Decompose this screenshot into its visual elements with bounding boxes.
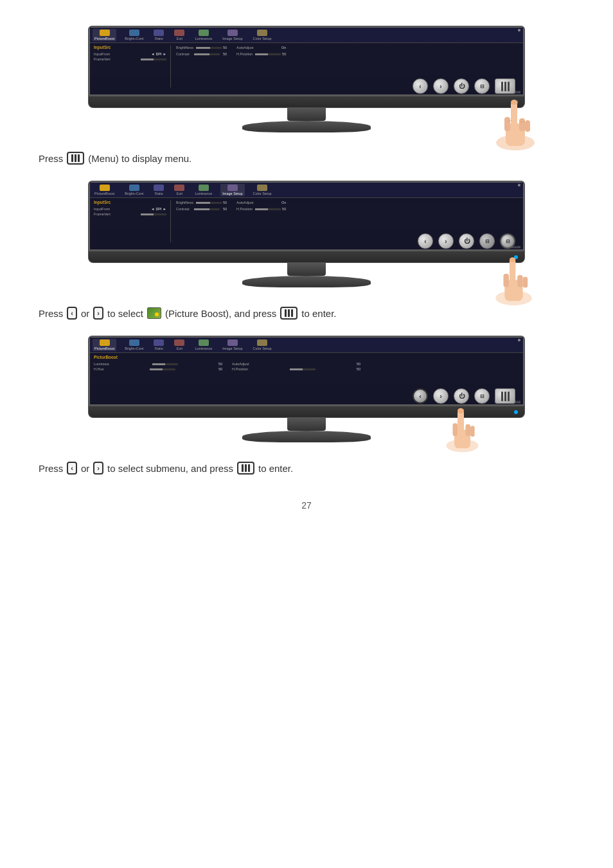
osd3-bar-hposition: [290, 368, 315, 370]
osd2-label-inputfrom: InputFrom: [94, 207, 110, 211]
osd-tab2-pb: PictureBoost: [93, 184, 116, 196]
osd-tab-luminance: Luminance: [193, 29, 214, 41]
hand-svg-1: [486, 88, 544, 152]
section-3: PictureBoost Bright+Cont Ratio: [39, 336, 574, 475]
osd-tab2-icon-6: [227, 185, 238, 191]
osd-tab2-icon-2: [129, 185, 139, 191]
osd-tab-exit: Exit: [172, 29, 186, 41]
osd-tab2-label-2: Bright+Cont: [125, 192, 143, 195]
osd-tab-label-2: Bright+Cont: [125, 37, 143, 41]
osd-tab-pictureboost: PictureBoost: [93, 29, 116, 41]
osd-tab2-label-1: PictureBoost: [94, 192, 114, 195]
osd2-val-dpi: DPI: [155, 207, 161, 211]
instruction-2-chevron-left: ‹: [67, 307, 77, 320]
osd3-dot: [518, 339, 520, 351]
osd-tab2-icon-1: [100, 185, 110, 191]
osd-row-framevert-1: FrameVert: [94, 57, 166, 62]
osd2-label-framevert: FrameVert: [94, 212, 111, 216]
osd-tab3-bright: Bright+Cont: [123, 339, 145, 351]
chevron-left-btn-2[interactable]: ‹: [418, 233, 433, 249]
osd-dot-indicator: [518, 29, 520, 41]
hand-container-3: [438, 398, 486, 458]
osd-label-hposition: H.Position: [236, 52, 253, 56]
chevron-left-btn-3[interactable]: ‹: [413, 388, 428, 404]
menu-btn-3[interactable]: [495, 388, 515, 404]
osd-tab2-label-7: Color Setup: [253, 192, 272, 195]
osd-arrow-left: ◄: [151, 52, 154, 56]
osd-tab-icon-4: [174, 30, 184, 36]
monitor-stand-base-3: [242, 431, 371, 442]
osd2-arrow-right: ►: [163, 207, 166, 211]
power-btn-1[interactable]: ⏻: [454, 78, 469, 94]
svg-point-6: [511, 100, 517, 105]
osd-control-inputfrom: ◄ DPI ►: [151, 52, 166, 56]
osd2-label-brightness: BrightNess: [176, 201, 193, 204]
menu-icon-bar-3b: [245, 464, 247, 472]
osd-tab-imagesetup: Image Setup: [220, 29, 244, 41]
osd-tab2-label-5: Luminance: [195, 192, 212, 195]
chevron-left-btn-1[interactable]: ‹: [413, 78, 428, 94]
osd-bar-brightness: [196, 47, 222, 49]
menu-icon-bar-2c: [291, 309, 293, 317]
osd-tab3-icon-2: [129, 339, 139, 346]
section-2: PictureBoost Bright+Cont Ratio: [39, 181, 574, 320]
osd2-val-hposition: 50: [282, 207, 286, 211]
osd-val-contrast: 50: [223, 52, 227, 56]
osd-tab-icon-2: [129, 30, 139, 36]
osd-tabs-3: PictureBoost Bright+Cont Ratio: [90, 338, 523, 353]
osd3-bar-hposition-fill: [290, 368, 303, 370]
power-btn-2[interactable]: ⏻: [459, 233, 474, 249]
osd-panel-title-3: PicturBoost: [94, 355, 519, 359]
osd-tab-label-1: PictureBoost: [94, 37, 114, 41]
picture-boost-icon: [147, 307, 161, 319]
osd2-label-contrast: Contrast: [176, 207, 190, 211]
osd-tab2-icon-4: [174, 185, 184, 191]
osd-tabs-1: PictureBoost Bright+Cont Ratio: [90, 28, 523, 43]
osd-tab-icon-1: [100, 30, 110, 36]
osd-row-hposition: H.Position 50: [236, 51, 286, 57]
osd2-row-hposition: H.Position 50: [236, 206, 286, 212]
monitor-stand-base-2: [242, 276, 371, 287]
chevron-right-btn-2[interactable]: ›: [438, 233, 454, 249]
osd2-bar-contrast: [194, 208, 220, 210]
osd-bar-hposition: [255, 53, 281, 55]
instruction-2-chevron-right: ›: [93, 307, 103, 320]
osd2-val-brightness: 50: [223, 201, 227, 204]
monitor-section-3: PictureBoost Bright+Cont Ratio: [62, 336, 551, 455]
osd-col-2: AutoAdjust On H.Position 50: [236, 45, 286, 87]
hand-container-2: [486, 246, 541, 310]
osd3-bar-luminous: [152, 363, 178, 365]
chevron-right-btn-1[interactable]: ›: [433, 78, 449, 94]
osd3-row-autoadjust: AutoAdjust 50: [232, 361, 360, 366]
osd3-row-hhue: H.Hue 50: [94, 366, 222, 372]
osd-label-inputfrom: InputFrom: [94, 52, 110, 56]
osd2-bar-brightness: [196, 202, 222, 204]
osd-tab2-luminance: Luminance: [193, 184, 214, 196]
osd-bar-fill-brightness: [196, 47, 210, 49]
osd-tab-label-3: Ratio: [155, 37, 163, 41]
instruction-1-prefix: Press: [39, 153, 63, 164]
monitor-section-1: PictureBoost Bright+Cont Ratio: [62, 26, 551, 145]
osd-tab3-label-1: PictureBoost: [94, 347, 114, 350]
osd-arrow-right: ►: [163, 52, 166, 56]
osd-row-inputfrom-1: InputFrom ◄ DPI ►: [94, 51, 166, 57]
monitor-stand-neck-3: [287, 418, 326, 431]
osd2-ctrl-inputfrom: ◄ DPI ►: [151, 207, 166, 211]
osd3-content-rows: Luminous 50 H.Hue: [94, 361, 519, 372]
osd-val-autoadjust: On: [281, 46, 286, 50]
osd3-row-luminous: Luminous 50: [94, 361, 222, 366]
osd3-label-luminous: Luminous: [94, 362, 109, 366]
osd2-row-inputfrom: InputFrom ◄ DPI ►: [94, 206, 166, 212]
osd3-bar-hhue: [150, 368, 175, 370]
osd-value-dpi: DPI: [155, 52, 161, 56]
svg-rect-3: [504, 117, 510, 131]
osd2-dot: [518, 184, 520, 196]
osd-left-panel-2: InputSrc InputFrom ◄ DPI ►: [94, 200, 171, 242]
osd3-val-hposition: 50: [357, 367, 360, 371]
osd2-row-autoadjust: AutoAdjust On: [236, 200, 286, 205]
menu-icon-bar-3a: [242, 464, 244, 472]
osd-tab-ratio: Ratio: [152, 29, 166, 41]
osd-label-framevert: FrameVert: [94, 57, 111, 61]
osd-tab2-icon-5: [199, 185, 209, 191]
osd-tab2-label-3: Ratio: [155, 192, 163, 195]
